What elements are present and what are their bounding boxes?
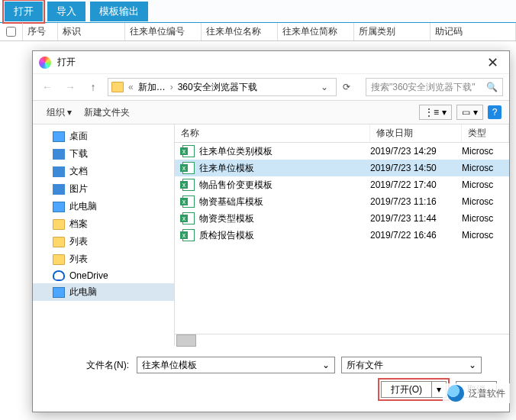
chevron-down-icon[interactable]: ⌄	[322, 360, 330, 370]
horizontal-scrollbar[interactable]	[175, 334, 509, 346]
select-all-checkbox[interactable]	[6, 27, 16, 37]
file-row[interactable]: 质检报告模板2019/7/22 16:46Microsc	[175, 227, 509, 244]
tree-item-label: 下载	[69, 147, 88, 160]
excel-icon	[182, 162, 195, 174]
tree-item[interactable]: 文档	[33, 163, 174, 180]
file-name: 往来单位模板	[199, 162, 254, 175]
file-date: 2019/7/22 17:40	[370, 179, 462, 190]
excel-icon	[182, 212, 195, 225]
nav-bar: ← → ↑ « 新加… › 360安全浏览器下载 ⌄ ⟳ 搜索"360安全浏览器…	[33, 74, 509, 100]
col-mnemonic[interactable]: 助记码	[431, 23, 516, 40]
file-name: 物资基础库模板	[199, 195, 263, 208]
tree-item[interactable]: 此电脑	[33, 198, 174, 215]
tree-item-icon	[53, 254, 65, 265]
tree-item-icon	[53, 270, 65, 281]
view-mode-button[interactable]: ⋮≡▾	[419, 105, 452, 120]
tree-item[interactable]: OneDrive	[33, 268, 174, 283]
folder-tree[interactable]: 桌面下载文档图片此电脑档案列表列表OneDrive此电脑	[33, 124, 175, 346]
file-row[interactable]: 物品售价变更模板2019/7/22 17:40Microsc	[175, 176, 509, 193]
path-box[interactable]: « 新加… › 360安全浏览器下载 ⌄	[108, 78, 337, 96]
tree-item-label: 档案	[69, 218, 88, 231]
new-folder-button[interactable]: 新建文件夹	[78, 104, 136, 121]
file-name: 物资类型模板	[199, 212, 254, 225]
crumb-2[interactable]: 360安全浏览器下载	[175, 81, 260, 94]
open-file-button[interactable]: 打开(O) ▾	[381, 381, 447, 398]
back-icon[interactable]: ←	[39, 79, 56, 95]
help-icon[interactable]: ?	[488, 105, 501, 119]
tree-item[interactable]: 下载	[33, 145, 174, 163]
preview-pane-button[interactable]: ▭▾	[456, 105, 483, 120]
watermark: 泛普软件	[443, 383, 510, 403]
col-unit-no[interactable]: 往来单位编号	[125, 23, 202, 40]
col-date[interactable]: 修改日期	[370, 124, 462, 142]
refresh-icon[interactable]: ⟳	[343, 82, 360, 92]
dialog-title: 打开	[57, 56, 76, 69]
file-type: Microsc	[462, 179, 509, 190]
chevron-down-icon[interactable]: ⌄	[469, 360, 476, 370]
col-ident[interactable]: 标识	[58, 23, 125, 40]
search-icon: 🔍	[486, 82, 498, 92]
tree-item-icon	[53, 149, 65, 160]
col-unit-name[interactable]: 往来单位名称	[202, 23, 278, 40]
file-type: Microsc	[462, 146, 509, 157]
excel-icon	[182, 179, 195, 191]
tree-item-icon	[53, 219, 65, 230]
open-button[interactable]: 打开	[5, 2, 43, 21]
folder-icon	[111, 82, 124, 92]
col-type[interactable]: 类型	[462, 124, 509, 142]
file-row[interactable]: 物资基础库模板2019/7/23 11:16Microsc	[175, 193, 509, 210]
tree-item-label: 桌面	[69, 130, 88, 143]
file-name: 往来单位类别模板	[199, 145, 273, 158]
tree-item[interactable]: 此电脑	[33, 283, 174, 301]
file-row[interactable]: 物资类型模板2019/7/23 11:44Microsc	[175, 210, 509, 227]
tree-item-icon	[53, 184, 65, 195]
excel-icon	[182, 145, 195, 157]
tree-item-label: 此电脑	[69, 286, 97, 299]
col-category[interactable]: 所属类别	[354, 23, 431, 40]
main-toolbar: 打开 导入 模板输出	[0, 0, 516, 23]
app-icon	[39, 57, 51, 69]
file-name: 质检报告模板	[199, 229, 254, 242]
file-date: 2019/7/23 14:50	[370, 163, 462, 173]
tree-item-label: 列表	[69, 235, 88, 248]
crumb-1[interactable]: 新加…	[135, 81, 169, 94]
col-seq[interactable]: 序号	[23, 23, 58, 40]
file-row[interactable]: 往来单位模板2019/7/23 14:50Microsc	[175, 160, 509, 176]
filename-value: 往来单位模板	[142, 359, 197, 372]
file-type: Microsc	[462, 213, 509, 224]
grid-header: 序号 标识 往来单位编号 往来单位名称 往来单位简称 所属类别 助记码	[0, 23, 516, 41]
file-row[interactable]: 往来单位类别模板2019/7/23 14:29Microsc	[175, 143, 509, 160]
excel-icon	[182, 195, 195, 208]
tree-item[interactable]: 桌面	[33, 128, 174, 145]
tree-item[interactable]: 列表	[33, 233, 174, 250]
filetype-select[interactable]: 所有文件 ⌄	[341, 357, 482, 373]
col-filename[interactable]: 名称	[175, 124, 370, 142]
template-output-button[interactable]: 模板输出	[90, 2, 148, 21]
file-date: 2019/7/22 16:46	[370, 230, 462, 241]
dialog-titlebar: 打开 ✕	[33, 51, 509, 74]
filename-input[interactable]: 往来单位模板 ⌄	[137, 357, 335, 373]
file-date: 2019/7/23 11:44	[370, 213, 462, 224]
col-unit-short[interactable]: 往来单位简称	[278, 23, 354, 40]
file-list[interactable]: 往来单位类别模板2019/7/23 14:29Microsc往来单位模板2019…	[175, 143, 509, 334]
tree-item-icon	[53, 131, 65, 142]
tree-item[interactable]: 列表	[33, 250, 174, 268]
file-date: 2019/7/23 14:29	[370, 146, 462, 157]
organize-button[interactable]: 组织 ▾	[40, 104, 78, 121]
import-button[interactable]: 导入	[47, 2, 85, 21]
close-icon[interactable]: ✕	[482, 54, 503, 71]
path-dropdown-icon[interactable]: ⌄	[316, 82, 333, 92]
search-placeholder: 搜索"360安全浏览器下载"	[371, 81, 476, 94]
watermark-icon	[447, 385, 464, 402]
up-icon[interactable]: ↑	[85, 79, 102, 95]
file-list-header: 名称 修改日期 类型	[175, 124, 509, 143]
search-input[interactable]: 搜索"360安全浏览器下载" 🔍	[366, 78, 503, 96]
dialog-bottom: 文件名(N): 往来单位模板 ⌄ 所有文件 ⌄ 打开(O) ▾ 取消	[33, 346, 509, 405]
tree-item[interactable]: 图片	[33, 180, 174, 198]
tree-item-label: 列表	[69, 253, 88, 266]
tree-item-label: OneDrive	[69, 270, 108, 281]
tree-item-label: 图片	[69, 183, 88, 195]
forward-icon[interactable]: →	[62, 79, 79, 95]
open-main[interactable]: 打开(O)	[382, 382, 432, 397]
tree-item[interactable]: 档案	[33, 215, 174, 233]
